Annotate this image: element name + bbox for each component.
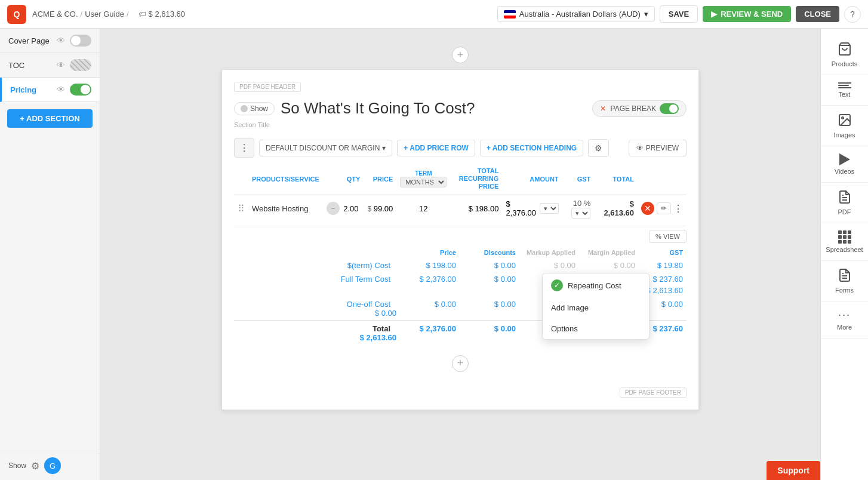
term-cost-margin: $ 0.00: [575, 261, 635, 270]
add-row-above: +: [452, 47, 469, 63]
delete-row-button[interactable]: ✕: [641, 202, 654, 215]
cover-page-toggle[interactable]: [70, 35, 91, 47]
forms-label: Forms: [835, 287, 854, 294]
sidebar-item-forms[interactable]: Forms: [821, 261, 868, 301]
header-right: Australia - Australian Dollars (AUD) ▾ S…: [497, 5, 861, 23]
sidebar-blue-circle[interactable]: G: [44, 457, 61, 474]
full-term-price: $ 2,376.00: [396, 275, 456, 284]
forms-icon: [838, 268, 852, 284]
toc-controls: 👁: [57, 59, 91, 71]
pricing-toggle[interactable]: [70, 84, 91, 96]
tag-icon: 🏷: [138, 10, 146, 19]
th-drag: [234, 164, 248, 195]
oneoff-total: $ 0.00: [238, 309, 396, 318]
dots-menu-button[interactable]: ⋮: [234, 138, 254, 158]
pdf-footer-label: PDF PAGE FOOTER: [620, 387, 687, 398]
close-button[interactable]: CLOSE: [796, 6, 839, 22]
sidebar-item-spreadsheet[interactable]: Spreadsheet: [821, 223, 868, 261]
repeating-cost-check-icon: ✓: [551, 279, 563, 291]
left-sidebar: Cover Page 👁 TOC 👁 Pricing 👁 + ADD SECTI…: [0, 29, 100, 480]
months-select[interactable]: MONTHS: [400, 177, 447, 187]
view-toggle-button[interactable]: % VIEW: [649, 230, 687, 243]
discount-dropdown[interactable]: DEFAULT DISCOUNT OR MARGIN ▾: [259, 140, 392, 156]
main-area: Cover Page 👁 TOC 👁 Pricing 👁 + ADD SECTI…: [0, 29, 868, 480]
oneoff-discounts: $ 0.00: [456, 300, 516, 309]
more-row-button[interactable]: ⋮: [673, 203, 683, 214]
term-cost-price: $ 198.00: [396, 261, 456, 270]
text-label: Text: [838, 91, 850, 98]
edit-row-button[interactable]: ✏: [657, 202, 671, 214]
top-header: Q ACME & CO. / User Guide / 🏷 $ 2,613.60…: [0, 0, 868, 29]
text-icon: [838, 82, 851, 88]
help-button[interactable]: ?: [844, 6, 861, 23]
context-menu: ✓ Repeating Cost Add Image Options: [542, 273, 650, 340]
total-price: $ 2,376.00: [396, 324, 456, 333]
add-section-heading-button[interactable]: + ADD SECTION HEADING: [480, 140, 583, 156]
discount-chevron-icon: ▾: [382, 144, 386, 152]
add-row-below-button[interactable]: +: [452, 355, 469, 372]
locale-chevron: ▾: [644, 10, 648, 19]
more-label: More: [837, 324, 852, 331]
toc-toggle[interactable]: [70, 59, 91, 71]
term-cell: 12: [396, 195, 450, 222]
context-menu-options[interactable]: Options: [543, 318, 649, 339]
sidebar-item-text[interactable]: Text: [821, 75, 868, 106]
breakdown-term-cost-row: $(term) Cost $ 198.00 $ 0.00 $ 0.00 $ 0.…: [234, 259, 687, 272]
gst-dropdown[interactable]: ▾: [571, 208, 590, 219]
breadcrumb: ACME & CO. / User Guide /: [32, 10, 129, 19]
spreadsheet-icon: [838, 230, 851, 244]
page-break-toggle[interactable]: [660, 103, 679, 114]
th-qty: QTY: [323, 164, 364, 195]
context-menu-repeating-cost[interactable]: ✓ Repeating Cost: [543, 273, 649, 297]
th-actions: [638, 164, 687, 195]
qty-decrease[interactable]: −: [327, 202, 340, 215]
total-discounts: $ 0.00: [456, 324, 516, 333]
breadcrumb-guide[interactable]: User Guide: [85, 10, 124, 19]
breakdown-header: Price Discounts Markup Applied Margin Ap…: [234, 247, 687, 259]
sidebar-item-toc[interactable]: TOC 👁: [0, 53, 100, 78]
sidebar-item-videos[interactable]: Videos: [821, 146, 868, 183]
play-icon: [839, 153, 850, 165]
term-cost-markup: $ 0.00: [516, 261, 575, 270]
add-row-below: +: [234, 355, 687, 372]
breadcrumb-acme[interactable]: ACME & CO.: [32, 10, 78, 19]
add-row-above-button[interactable]: +: [452, 47, 469, 63]
sidebar-item-products[interactable]: Products: [821, 35, 868, 75]
product-name: Website Hosting: [248, 195, 323, 222]
sidebar-item-more[interactable]: ··· More: [821, 301, 868, 339]
preview-button[interactable]: 👁 PREVIEW: [629, 140, 687, 156]
context-menu-add-image[interactable]: Add Image: [543, 297, 649, 318]
th-gst: GST: [562, 164, 595, 195]
image-icon: [838, 113, 852, 129]
review-send-button[interactable]: ▶ REVIEW & SEND: [703, 6, 791, 22]
support-button[interactable]: Support: [767, 461, 820, 480]
th-product: PRODUCTS/SERVICE: [248, 164, 323, 195]
price-currency: $: [367, 205, 371, 213]
cart-icon: [838, 42, 852, 58]
locale-selector[interactable]: Australia - Australian Dollars (AUD) ▾: [497, 6, 655, 22]
save-button[interactable]: SAVE: [660, 5, 698, 23]
pdf-icon: [838, 190, 852, 206]
amount-dropdown[interactable]: ▾: [540, 203, 559, 214]
sidebar-item-cover-page[interactable]: Cover Page 👁: [0, 29, 100, 53]
sidebar-item-images[interactable]: Images: [821, 106, 868, 146]
page: PDF PAGE HEADER Show So What's It Going …: [221, 69, 699, 410]
preview-eye-icon: 👁: [636, 144, 644, 152]
table-settings-button[interactable]: ⚙: [588, 139, 609, 157]
full-term-label: Full Term Cost: [238, 275, 396, 284]
sidebar-item-pdf[interactable]: PDF: [821, 183, 868, 223]
sidebar-item-pricing[interactable]: Pricing 👁: [0, 78, 100, 102]
page-break-button[interactable]: ✕ PAGE BREAK: [592, 100, 687, 117]
term-cost-label: $(term) Cost: [238, 261, 396, 270]
recurring-price: $ 198.00: [450, 195, 502, 222]
full-term-discounts: $ 0.00: [456, 275, 516, 284]
logo: Q: [7, 5, 26, 24]
cover-page-eye-icon: 👁: [57, 36, 65, 45]
breakdown-price-header: Price: [396, 249, 456, 256]
sidebar-gear-button[interactable]: ⚙: [31, 460, 39, 472]
add-section-button[interactable]: + ADD SECTION: [7, 109, 93, 128]
show-toggle-button[interactable]: Show: [234, 102, 275, 115]
drag-handle[interactable]: ⠿: [238, 204, 245, 214]
amount-cell: $ 2,376.00 ▾: [502, 195, 562, 222]
add-price-row-button[interactable]: + ADD PRICE ROW: [397, 140, 475, 156]
